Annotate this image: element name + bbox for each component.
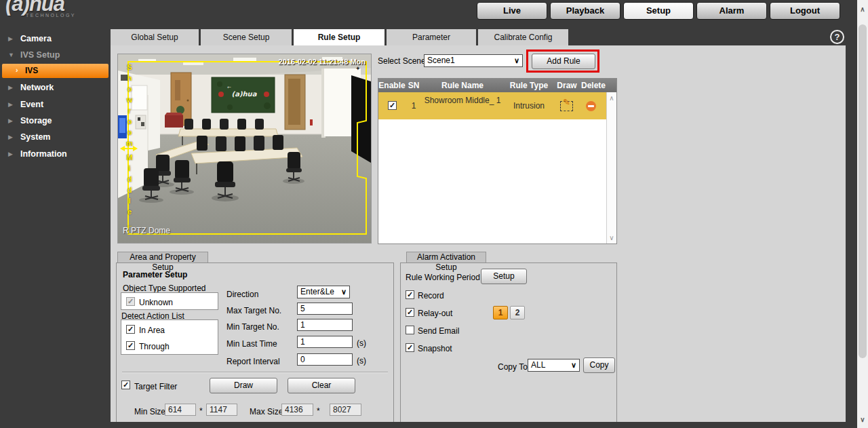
rule-name-vertical-label: Showroom [125, 63, 134, 150]
min-last-input[interactable] [297, 336, 353, 348]
sidebar-label: System [20, 132, 50, 142]
clear-button[interactable]: Clear [288, 378, 355, 393]
unknown-label: Unknown [139, 298, 173, 307]
tab-rule-setup[interactable]: Rule Setup [294, 29, 384, 45]
parameter-setup-title: Parameter Setup [123, 270, 187, 279]
nav-live-button[interactable]: Live [477, 2, 547, 20]
direction-label: Direction [226, 290, 258, 299]
chevron-down-icon: ∨ [514, 55, 519, 66]
tab-global-setup[interactable]: Global Setup [111, 29, 199, 45]
size-separator: * [317, 406, 320, 416]
sidebar-item-ivs-setup[interactable]: ▼ IVS Setup [0, 50, 111, 62]
snapshot-label: Snapshot [418, 344, 452, 353]
chevron-right-icon: › [16, 66, 18, 74]
dahua-logo: (a)hua TECHNOLOGY [5, 0, 76, 18]
send-email-checkbox[interactable] [406, 326, 414, 334]
tab-scene-setup[interactable]: Scene Setup [201, 29, 292, 45]
min-last-unit: (s) [357, 338, 366, 348]
max-target-input[interactable] [297, 303, 353, 315]
report-interval-input[interactable] [297, 353, 353, 366]
sidebar-item-ivs[interactable]: › IVS [2, 64, 108, 78]
sidebar-label: Camera [20, 34, 52, 43]
through-checkbox[interactable]: ✓ [126, 341, 135, 350]
nav-logout-button[interactable]: Logout [770, 2, 840, 20]
direction-select[interactable]: Enter&Le ∨ [297, 286, 350, 298]
min-size-width-input[interactable] [165, 404, 196, 416]
sidebar-item-system[interactable]: ▶ System [0, 132, 111, 144]
draw-button[interactable]: Draw [210, 378, 277, 393]
divider [122, 372, 388, 373]
video-preview[interactable]: ← (a)hua ✦ [117, 54, 372, 244]
pencil-icon: ✎ [563, 97, 570, 107]
svg-text:(a)hua: (a)hua [232, 90, 258, 98]
chevron-down-icon: ∨ [341, 286, 347, 298]
size-separator: * [199, 406, 203, 416]
browser-scrollbar[interactable]: ∧ ∨ [857, 0, 868, 428]
relay-output-1-button[interactable]: 1 [493, 306, 508, 319]
min-size-height-input[interactable] [206, 404, 237, 416]
nav-alarm-button[interactable]: Alarm [696, 2, 767, 20]
tab-calibrate-config[interactable]: Calibrate Config [478, 29, 568, 45]
video-timestamp: 2016-02-02 11:21:48 Mon [279, 58, 366, 66]
unknown-checkbox[interactable]: ✓ [126, 297, 135, 306]
rule-table: Enable SN Rule Name Rule Type Draw Delet… [378, 78, 617, 244]
nav-playback-button[interactable]: Playback [550, 2, 620, 20]
dahua-web-app: (a)hua TECHNOLOGY Live Playback Setup Al… [0, 0, 857, 428]
max-size-label: Max Size [250, 407, 283, 416]
draw-rule-icon[interactable]: ✎ [560, 101, 573, 111]
sidebar-item-camera[interactable]: ▶ Camera [0, 33, 111, 46]
sidebar-item-storage[interactable]: ▶ Storage [0, 115, 111, 128]
rule-table-header: Enable SN Rule Name Rule Type Draw Delet… [378, 79, 616, 92]
copy-to-select[interactable]: ALL ∨ [528, 359, 580, 372]
scroll-down-icon[interactable]: ∨ [607, 234, 616, 241]
tab-parameter[interactable]: Parameter [387, 29, 476, 45]
camera-scene: ← (a)hua ✦ [118, 54, 371, 243]
min-target-label: Min Target No. [226, 322, 279, 332]
col-draw: Draw [555, 79, 579, 92]
nav-setup-button[interactable]: Setup [623, 2, 694, 20]
copy-button[interactable]: Copy [583, 357, 615, 373]
sidebar-label: Information [20, 149, 67, 159]
scroll-down-icon[interactable]: ∨ [857, 416, 868, 423]
relay-out-checkbox[interactable]: ✓ [406, 308, 414, 317]
delete-rule-icon[interactable] [586, 101, 596, 111]
rule-working-period-label: Rule Working Period [406, 273, 480, 282]
triangle-right-icon: ▶ [8, 134, 13, 140]
sidebar-label: IVS [25, 66, 38, 75]
table-row[interactable]: ✓ 1 Showroom Middle_ 1 Intrusion ✎ [378, 92, 606, 119]
max-size-width-input[interactable] [281, 404, 313, 416]
sidebar-item-event[interactable]: ▶ Event [0, 99, 111, 112]
table-scrollbar[interactable]: ∧ ∨ [606, 92, 616, 244]
record-checkbox[interactable]: ✓ [406, 290, 414, 299]
camera-name-label: R PTZ Dome [123, 226, 170, 235]
sidebar-label: Network [20, 83, 54, 92]
copy-to-value: ALL [531, 360, 545, 370]
scroll-up-icon[interactable]: ∧ [607, 94, 616, 102]
triangle-down-icon: ▼ [8, 52, 14, 58]
alarm-activation-box: Rule Working Period Setup ✓ Record ✓ Rel… [400, 262, 617, 422]
add-rule-button[interactable]: Add Rule [532, 54, 595, 69]
max-size-height-input[interactable] [330, 404, 361, 416]
target-filter-checkbox[interactable]: ✓ [121, 381, 130, 389]
sidebar-item-information[interactable]: ▶ Information [0, 149, 111, 161]
sidebar-item-network[interactable]: ▶ Network [0, 82, 111, 95]
triangle-right-icon: ▶ [8, 101, 13, 108]
rule-name-vertical-label: Middle_ [125, 153, 134, 229]
rule-enable-checkbox[interactable]: ✓ [388, 101, 397, 110]
triangle-right-icon: ▶ [8, 35, 13, 42]
help-icon[interactable]: ? [830, 30, 844, 44]
through-label: Through [139, 342, 170, 351]
col-rule-name: Rule Name [422, 79, 503, 92]
detect-action-list: ✓ In Area ✓ Through [121, 319, 218, 355]
scrollbar-thumb[interactable] [859, 24, 867, 358]
min-target-input[interactable] [297, 319, 353, 331]
col-delete: Delete [579, 79, 608, 92]
min-size-label: Min Size [134, 407, 165, 416]
in-area-checkbox[interactable]: ✓ [126, 325, 135, 334]
setup-button[interactable]: Setup [481, 269, 527, 284]
snapshot-checkbox[interactable]: ✓ [406, 343, 414, 352]
scroll-up-icon[interactable]: ∧ [857, 5, 868, 13]
scene-select[interactable]: Scene1 ∨ [424, 54, 523, 67]
relay-output-2-button[interactable]: 2 [510, 306, 525, 319]
col-sn: SN [406, 79, 422, 92]
